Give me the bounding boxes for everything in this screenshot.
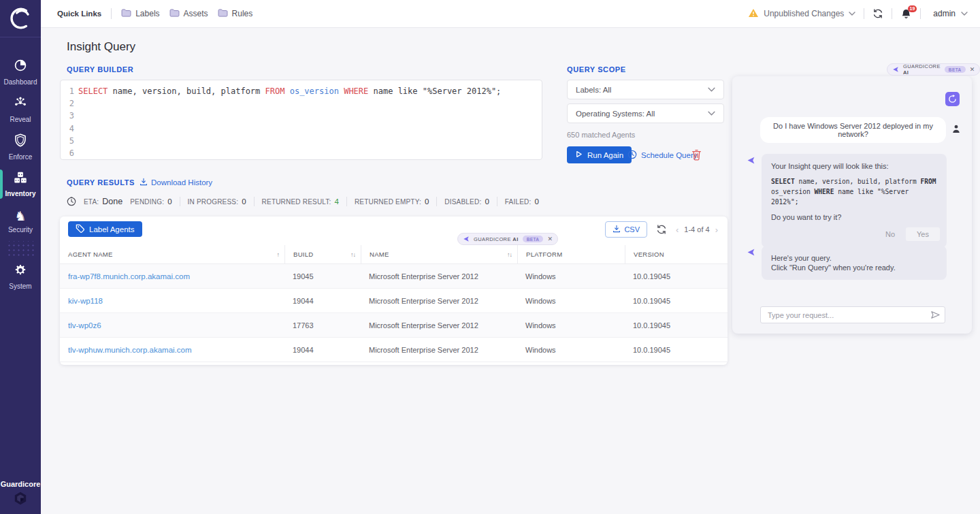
sidebar-item-system[interactable]: System <box>0 258 41 295</box>
yes-button[interactable]: Yes <box>906 227 940 241</box>
close-icon[interactable]: ✕ <box>547 236 553 242</box>
nav-assets[interactable]: Assets <box>169 9 208 19</box>
active-indicator <box>0 170 3 199</box>
page-title: Insight Query <box>67 40 135 54</box>
no-button[interactable]: No <box>879 228 902 240</box>
ai-message-intro: Your Insight query will look like this: <box>771 161 940 171</box>
code-line: 1 SELECT name, version, build, platform … <box>67 85 535 97</box>
stat-pending: PENDING:0 <box>130 197 172 206</box>
stat-disabled: DISABLED:0 <box>444 197 489 206</box>
divider <box>920 8 921 19</box>
divider <box>864 8 864 19</box>
download-history-link[interactable]: Download History <box>140 178 212 187</box>
ai-message-bubble: Here's your query. Click "Run Query" whe… <box>762 246 947 280</box>
ai-sql-code: SELECT name, version, build, platform FR… <box>771 176 940 207</box>
col-platform: PLATFORM <box>517 245 625 263</box>
labels-filter-dropdown[interactable]: Labels: All <box>567 80 724 99</box>
akamai-logo[interactable] <box>0 0 41 37</box>
sidebar-item-dashboard[interactable]: Dashboard <box>0 53 41 91</box>
nav-rules-text: Rules <box>232 9 253 18</box>
sort-asc-icon[interactable]: ↑ <box>277 251 280 258</box>
clock-icon <box>67 197 76 206</box>
table-row: tlv-wp0z6 17763 Microsoft Enterprise Ser… <box>60 313 728 338</box>
table-header: AGENT NAME↑ BUILD↑↓ NAME↑↓ PLATFORM VERS… <box>60 245 728 264</box>
user-menu[interactable]: admin <box>933 9 968 18</box>
sidebar-item-inventory[interactable]: Inventory <box>0 165 41 203</box>
agent-link[interactable]: tlv-wp0z6 <box>60 321 284 330</box>
nav-labels[interactable]: Labels <box>121 9 159 19</box>
knight-icon: ♞ <box>14 210 26 223</box>
warning-icon <box>748 8 759 20</box>
folder-icon <box>121 9 131 19</box>
sidebar-item-reveal[interactable]: Reveal <box>0 91 41 128</box>
query-results-heading: QUERY RESULTS <box>67 178 135 187</box>
chevron-down-icon <box>961 12 968 16</box>
guardicore-ai-chip[interactable]: GUARDICORE AI BETA ✕ <box>887 63 980 76</box>
table-row: fra-wp7f8.munich.corp.akamai.com 19045 M… <box>60 264 728 289</box>
schedule-query-link[interactable]: Schedule Query <box>627 150 697 161</box>
beta-badge: BETA <box>523 236 544 242</box>
agent-link[interactable]: kiv-wp118 <box>60 297 284 305</box>
topbar: Quick Links Labels Assets Rules Unpublis… <box>41 0 980 28</box>
query-editor[interactable]: 1 SELECT name, version, build, platform … <box>60 80 542 160</box>
ai-avatar-icon <box>747 247 755 259</box>
chevron-down-icon <box>849 12 855 16</box>
sql-query: SELECT name, version, build, platform FR… <box>78 85 501 97</box>
delete-query-icon[interactable] <box>691 149 702 163</box>
divider <box>892 8 892 19</box>
sidebar: Dashboard Reveal Enforce Inventory ♞ Sec… <box>0 0 41 514</box>
chevron-down-icon <box>708 87 715 92</box>
nav-rules[interactable]: Rules <box>218 9 253 19</box>
unpublished-changes-button[interactable]: Unpublished Changes <box>748 8 855 20</box>
ai-message-bubble: Your Insight query will look like this: … <box>762 154 947 248</box>
agent-link[interactable]: fra-wp7f8.munich.corp.akamai.com <box>60 272 284 280</box>
inventory-icon <box>14 172 27 187</box>
username-label: admin <box>933 9 956 18</box>
query-scope-heading: QUERY SCOPE <box>567 65 626 74</box>
sidebar-brand: Guardicore <box>0 480 41 509</box>
chevron-down-icon <box>708 111 715 116</box>
run-again-button[interactable]: Run Again <box>567 146 632 163</box>
play-icon <box>575 150 583 159</box>
dashboard-icon <box>14 59 27 75</box>
quick-links-label: Quick Links <box>57 10 101 18</box>
table-row: kiv-wp118 19044 Microsoft Enterprise Ser… <box>60 289 728 313</box>
guardicore-ai-chip[interactable]: GUARDICORE AI BETA ✕ <box>457 233 558 245</box>
nav-assets-text: Assets <box>184 9 208 18</box>
notification-count-badge: 19 <box>908 5 917 12</box>
agent-link[interactable]: tlv-wphuw.munich.corp.akamai.com <box>60 346 284 354</box>
stat-returned-empty: RETURNED EMPTY:0 <box>355 197 429 206</box>
col-name: NAME↑↓ <box>361 245 517 263</box>
col-agent-name: AGENT NAME↑ <box>60 245 284 263</box>
download-icon <box>612 225 621 234</box>
user-message-bubble: Do I have Windows Server 2012 deployed i… <box>760 117 946 143</box>
sidebar-item-enforce[interactable]: Enforce <box>0 128 41 165</box>
stat-failed: FAILED:0 <box>505 197 539 206</box>
prev-page-icon[interactable]: ‹ <box>676 225 679 234</box>
next-page-icon[interactable]: › <box>715 225 718 234</box>
col-version: VERSION <box>625 245 728 263</box>
ai-assistant-panel: Do I have Windows Server 2012 deployed i… <box>732 76 972 334</box>
label-agents-button[interactable]: Label Agents <box>68 221 142 237</box>
refresh-table-icon[interactable] <box>656 224 667 235</box>
send-icon[interactable] <box>930 310 941 319</box>
guardicore-wordmark: Guardicore <box>0 480 41 488</box>
matched-agents-count: 650 matched Agents <box>567 131 635 139</box>
sidebar-item-security[interactable]: ♞ Security <box>0 203 41 240</box>
close-icon[interactable]: ✕ <box>970 67 975 73</box>
sort-icon[interactable]: ↑↓ <box>507 251 512 258</box>
ai-triangle-icon <box>463 233 470 245</box>
sort-icon[interactable]: ↑↓ <box>350 251 355 258</box>
ai-avatar-icon <box>747 155 755 167</box>
chat-input-wrap <box>760 306 945 323</box>
dotted-divider <box>5 241 35 257</box>
folder-icon <box>169 9 180 19</box>
export-csv-button[interactable]: CSV <box>605 221 647 238</box>
notifications-bell-icon[interactable]: 19 <box>900 8 912 20</box>
folder-icon <box>218 9 228 19</box>
clock-icon <box>627 150 637 161</box>
refresh-icon[interactable] <box>872 8 883 19</box>
os-filter-dropdown[interactable]: Operating Systems: All <box>567 103 724 123</box>
chat-input[interactable] <box>760 306 945 323</box>
restart-chat-button[interactable] <box>945 92 960 106</box>
